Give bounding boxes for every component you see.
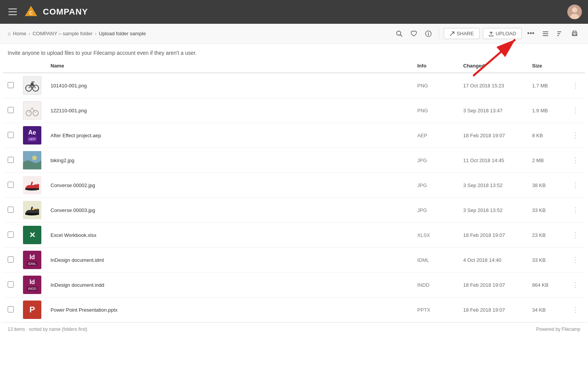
favorite-button[interactable]: [408, 28, 420, 39]
file-table: Name Info Changed Size: [3, 59, 585, 322]
row-info: XLSX: [413, 223, 459, 248]
table-row: Id IDML InDesign document.idml IDML 4 Oc…: [3, 248, 585, 273]
row-checkbox-cell: [3, 223, 18, 248]
row-actions-button[interactable]: ⋮: [570, 105, 580, 116]
header-info: Info: [413, 59, 459, 73]
row-size: 34 KB: [528, 297, 566, 322]
row-changed: 17 Oct 2018 15:23: [459, 73, 528, 98]
row-actions-button[interactable]: ⋮: [570, 130, 580, 141]
row-info: JPG: [413, 173, 459, 198]
row-size: 33 KB: [528, 198, 566, 223]
row-thumbnail-cell: Ae AEP: [18, 123, 46, 148]
breadcrumb-home-link[interactable]: Home: [13, 31, 26, 36]
svg-rect-21: [573, 34, 576, 36]
top-nav: C COMPANY: [0, 0, 588, 24]
row-actions-cell: ⋮: [566, 123, 585, 148]
row-checkbox-cell: [3, 123, 18, 148]
svg-line-10: [400, 34, 402, 36]
row-info: JPG: [413, 148, 459, 173]
row-checkbox-cell: [3, 73, 18, 98]
breadcrumb-bar: ⌂ Home › COMPANY – sample folder › Uploa…: [0, 24, 588, 44]
row-changed: 18 Feb 2018 19:07: [459, 123, 528, 148]
table-row: Converse 00003.jpg JPG 3 Sep 2018 13:52 …: [3, 198, 585, 223]
file-list-container: Name Info Changed Size: [0, 59, 588, 322]
breadcrumb: ⌂ Home › COMPANY – sample folder › Uploa…: [8, 31, 146, 36]
search-button[interactable]: [394, 28, 405, 39]
row-thumbnail-cell: [18, 73, 46, 98]
row-thumbnail-cell: Id IDML: [18, 248, 46, 273]
upload-label: UPLOAD: [496, 31, 516, 36]
row-checkbox[interactable]: [8, 107, 14, 113]
row-actions-button[interactable]: ⋮: [570, 204, 580, 216]
row-checkbox-cell: [3, 198, 18, 223]
row-checkbox-cell: [3, 248, 18, 273]
row-name: Converse 00003.jpg: [46, 198, 413, 223]
user-avatar[interactable]: [567, 5, 582, 19]
row-actions-button[interactable]: ⋮: [570, 154, 580, 166]
row-actions-button[interactable]: ⋮: [570, 179, 580, 191]
row-info: JPG: [413, 198, 459, 223]
list-view-button[interactable]: [540, 28, 551, 39]
row-actions-cell: ⋮: [566, 73, 585, 98]
row-actions-cell: ⋮: [566, 273, 585, 297]
row-checkbox[interactable]: [8, 157, 14, 163]
sort-button[interactable]: [554, 28, 566, 39]
company-logo-icon: C: [24, 5, 38, 19]
print-button[interactable]: [569, 28, 580, 39]
row-info: PNG: [413, 98, 459, 123]
svg-rect-0: [8, 8, 17, 10]
row-checkbox[interactable]: [8, 182, 14, 188]
row-checkbox[interactable]: [8, 207, 14, 213]
row-name: 122110-001.png: [46, 98, 413, 123]
row-actions-button[interactable]: ⋮: [570, 304, 580, 315]
table-header: Name Info Changed Size: [3, 59, 585, 73]
svg-text:✕: ✕: [29, 231, 36, 239]
row-name: 101410-001.png: [46, 73, 413, 98]
toolbar-right: SHARE UPLOAD •••: [394, 27, 580, 40]
row-actions-cell: ⋮: [566, 297, 585, 322]
row-checkbox[interactable]: [8, 132, 14, 138]
row-actions-cell: ⋮: [566, 148, 585, 173]
row-name: InDesign document.indd: [46, 273, 413, 297]
row-checkbox[interactable]: [8, 256, 14, 263]
more-options-button[interactable]: •••: [525, 27, 537, 40]
row-changed: 3 Sep 2018 13:47: [459, 98, 528, 123]
svg-point-7: [572, 7, 577, 13]
row-info: AEP: [413, 123, 459, 148]
row-actions-cell: ⋮: [566, 173, 585, 198]
share-button[interactable]: SHARE: [444, 28, 480, 39]
row-changed: 18 Feb 2018 19:07: [459, 223, 528, 248]
breadcrumb-folder-link[interactable]: COMPANY – sample folder: [33, 31, 93, 36]
svg-text:C: C: [29, 10, 33, 16]
svg-point-28: [31, 107, 33, 110]
row-checkbox[interactable]: [8, 306, 14, 312]
row-checkbox[interactable]: [8, 281, 14, 288]
row-info: IDML: [413, 248, 459, 273]
powered-by-text: Powered by Filecamp: [536, 327, 580, 332]
table-row: P Power Point Presentation.pptx PPTX 18 …: [3, 297, 585, 322]
items-count-text: 13 items · sorted by name (folders first…: [8, 327, 87, 332]
hamburger-menu-button[interactable]: [6, 6, 19, 18]
row-size: 2 MB: [528, 148, 566, 173]
row-checkbox[interactable]: [8, 232, 14, 238]
row-thumbnail-cell: ✕: [18, 223, 46, 248]
row-checkbox[interactable]: [8, 82, 14, 88]
row-size: 1.7 MB: [528, 73, 566, 98]
upload-button[interactable]: UPLOAD: [483, 28, 522, 39]
header-size: Size: [528, 59, 566, 73]
info-button[interactable]: [423, 28, 434, 39]
row-changed: 3 Sep 2018 13:52: [459, 173, 528, 198]
row-actions-button[interactable]: ⋮: [570, 229, 580, 241]
table-row: Converse 00002.jpg JPG 3 Sep 2018 13:52 …: [3, 173, 585, 198]
row-actions-button[interactable]: ⋮: [570, 279, 580, 291]
row-actions-button[interactable]: ⋮: [570, 254, 580, 266]
table-row: 101410-001.png PNG 17 Oct 2018 15:23 1.7…: [3, 73, 585, 98]
row-info: INDD: [413, 273, 459, 297]
row-thumbnail-cell: [18, 98, 46, 123]
row-name: After Effect project.aep: [46, 123, 413, 148]
row-name: Converse 00002.jpg: [46, 173, 413, 198]
row-actions-button[interactable]: ⋮: [570, 80, 580, 91]
row-actions-cell: ⋮: [566, 198, 585, 223]
table-row: Id INDD InDesign document.indd INDD 18 F…: [3, 273, 585, 297]
row-thumbnail-cell: Id INDD: [18, 273, 46, 297]
